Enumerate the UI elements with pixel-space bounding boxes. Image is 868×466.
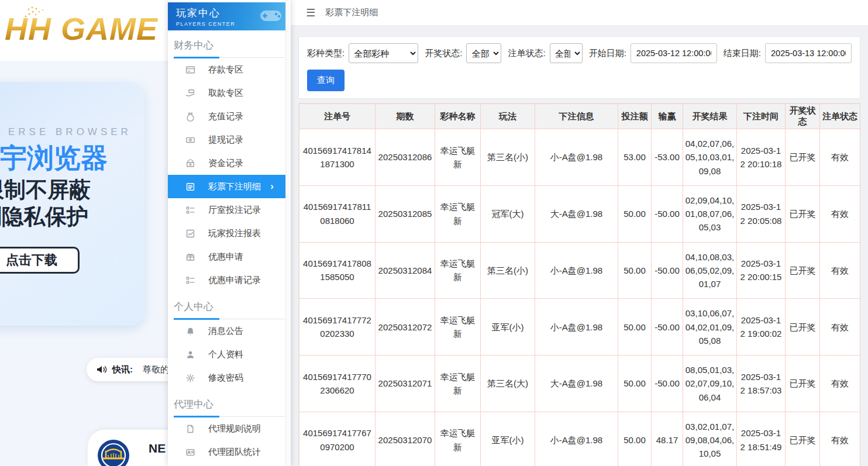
draw-status-select[interactable]: 全部 — [466, 43, 501, 63]
table-row: 40156917417770230662020250312071幸运飞艇新第三名… — [299, 355, 860, 412]
sidebar-item-user[interactable]: 个人资料 — [168, 343, 291, 366]
cell-time: 2025-03-12 18:57:03 — [737, 355, 786, 412]
sidebar-item-label: 充值记录 — [208, 111, 243, 122]
sidebar-item-label: 存款专区 — [208, 64, 243, 75]
sidebar-item-promo-apply[interactable]: 优惠申请 — [168, 245, 291, 268]
sidebar-item-document[interactable]: 代理规则说明 — [168, 417, 291, 440]
sidebar-item-hall-bet-record[interactable]: 厅室投注记录 — [168, 198, 291, 222]
players-center-sidebar: 玩家中心 PLAYERS CENTER 财务中心存款专区取款专区充值记录提现记录… — [168, 0, 291, 466]
team-stats-icon — [185, 447, 195, 457]
banner-kicker: ERSE BROWSER — [8, 126, 132, 138]
sidebar-item-lottery-bet-detail[interactable]: 彩票下注明细› — [168, 175, 285, 198]
cell-order_status: 有效 — [820, 412, 860, 466]
cell-bet_info: 小-A盘@1.98 — [535, 299, 618, 355]
sidebar-item-label: 提现记录 — [208, 134, 243, 146]
gamepad-icon — [258, 6, 284, 26]
cell-order_no: 401569174178110818060 — [299, 185, 376, 242]
start-date-input[interactable] — [631, 43, 717, 63]
column-header: 注单号 — [299, 104, 376, 129]
order-status-select[interactable]: 全部 — [550, 43, 583, 63]
cell-period: 20250312086 — [376, 129, 435, 186]
search-button[interactable]: 查询 — [307, 70, 345, 91]
cell-order_no: 401569174177702306620 — [299, 355, 376, 412]
cell-winloss: 48.17 — [652, 412, 683, 466]
cell-result: 03,10,06,07,04,02,01,09,05,08 — [683, 299, 737, 355]
cell-time: 2025-03-12 20:10:18 — [737, 129, 786, 186]
sidebar-item-withdraw[interactable]: 取款专区 — [168, 81, 291, 105]
sidebar-item-player-bet-report[interactable]: 玩家投注报表 — [168, 222, 291, 245]
column-header: 期数 — [376, 104, 435, 129]
cell-order_status: 有效 — [820, 299, 860, 355]
cell-order_no: 401569174178141871300 — [299, 129, 376, 186]
cell-period: 20250312084 — [376, 242, 435, 299]
cell-time: 2025-03-12 18:51:49 — [737, 412, 786, 466]
cell-draw_status: 已开奖 — [786, 129, 820, 186]
cell-draw_status: 已开奖 — [786, 299, 820, 355]
filter-panel: 彩种类型: 全部彩种 开奖状态: 全部 注单状态: 全部 开始日期: 结束日期:… — [298, 36, 860, 99]
cell-lottery: 幸运飞艇新 — [435, 299, 481, 355]
cell-play: 冠军(大) — [481, 185, 535, 242]
cell-order_no: 401569174177720202330 — [299, 299, 376, 355]
cell-result: 04,10,08,03,06,05,02,09,01,07 — [683, 242, 737, 299]
cell-time: 2025-03-12 19:00:02 — [737, 299, 786, 355]
sidebar-item-label: 消息公告 — [208, 326, 243, 337]
sidebar-item-recharge-record[interactable]: 充值记录 — [168, 105, 291, 128]
cell-period: 20250312070 — [376, 412, 435, 466]
withdraw-icon — [185, 88, 195, 98]
cell-winloss: -50.00 — [652, 355, 683, 412]
sidebar-item-label: 厅室投注记录 — [208, 205, 261, 216]
cell-winloss: -50.00 — [652, 185, 683, 242]
sidebar-scrollbar[interactable] — [285, 0, 291, 466]
cell-play: 亚军(小) — [481, 412, 535, 466]
sidebar-item-team-stats[interactable]: 代理团队统计 — [168, 440, 291, 464]
funds-record-icon — [185, 158, 195, 168]
cell-winloss: -50.00 — [652, 242, 683, 299]
bet-records-panel: 注单号期数彩种名称玩法下注信息投注额输赢开奖结果下注时间开奖状态注单状态4015… — [298, 103, 860, 466]
cell-result: 02,09,04,10,01,08,07,06,05,03 — [683, 185, 737, 242]
sidebar-item-promo-record[interactable]: 优惠申请记录 — [168, 268, 291, 292]
team-logo-icon — [97, 439, 130, 466]
speaker-icon — [97, 365, 107, 374]
player-bet-report-icon — [185, 229, 195, 239]
cell-amount: 50.00 — [618, 355, 652, 412]
cell-order_no: 401569174178081585050 — [299, 242, 376, 299]
lottery-type-select[interactable]: 全部彩种 — [349, 43, 418, 63]
order-status-label: 注单状态: — [508, 48, 545, 59]
table-row: 40156917417808158505020250312084幸运飞艇新第三名… — [299, 242, 860, 299]
column-header: 开奖结果 — [683, 104, 737, 129]
download-button[interactable]: 点击下载 — [0, 247, 80, 274]
cell-lottery: 幸运飞艇新 — [435, 242, 481, 299]
cell-lottery: 幸运飞艇新 — [435, 129, 481, 186]
withdrawal-record-icon — [185, 135, 195, 145]
cell-play: 第三名(大) — [481, 355, 535, 412]
cell-order_no: 401569174177670970200 — [299, 412, 376, 466]
sidebar-item-funds-record[interactable]: 资金记录 — [168, 151, 291, 175]
hall-bet-record-icon — [185, 205, 195, 215]
cell-period: 20250312072 — [376, 299, 435, 355]
sidebar-item-gear[interactable]: 修改密码 — [168, 366, 291, 389]
end-date-input[interactable] — [765, 43, 852, 63]
menu-toggle-icon[interactable]: ☰ — [306, 6, 315, 19]
cell-amount: 53.00 — [618, 129, 652, 186]
sidebar-item-deposit[interactable]: 存款专区 — [168, 58, 291, 81]
cell-lottery: 幸运飞艇新 — [435, 412, 481, 466]
promo-record-icon — [185, 275, 195, 285]
main-content: ☰ 彩票下注明细 彩种类型: 全部彩种 开奖状态: 全部 注单状态: 全部 开始… — [291, 0, 868, 466]
sidebar-item-bell[interactable]: 消息公告 — [168, 319, 291, 343]
lottery-bet-detail-icon — [185, 182, 195, 192]
sidebar-item-withdrawal-record[interactable]: 提现记录 — [168, 128, 291, 151]
cell-lottery: 幸运飞艇新 — [435, 355, 481, 412]
cell-bet_info: 大-A盘@1.98 — [535, 355, 618, 412]
cell-bet_info: 小-A盘@1.98 — [535, 242, 618, 299]
sidebar-item-label: 优惠申请记录 — [208, 275, 261, 286]
sidebar-section-title: 个人中心 — [174, 300, 285, 319]
cell-draw_status: 已开奖 — [786, 412, 820, 466]
lottery-type-label: 彩种类型: — [307, 48, 345, 59]
user-icon — [185, 350, 195, 360]
column-header: 彩种名称 — [435, 104, 481, 129]
column-header: 注单状态 — [820, 104, 860, 129]
brand-logo: HH GAME — [5, 11, 158, 47]
cell-time: 2025-03-12 20:00:15 — [737, 242, 786, 299]
cell-amount: 50.00 — [618, 242, 652, 299]
cell-result: 08,05,01,03,02,07,09,10,06,04 — [683, 355, 737, 412]
